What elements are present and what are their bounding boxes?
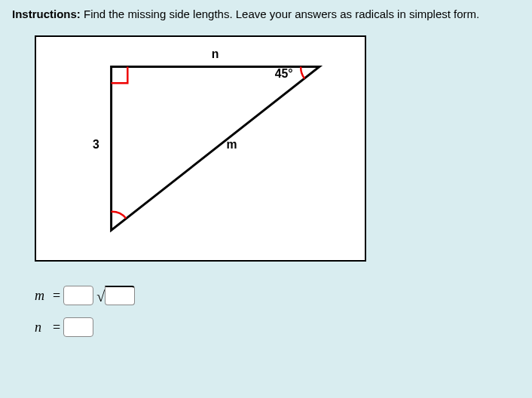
eq-m: = [53, 288, 60, 304]
var-m: m [35, 288, 50, 304]
instructions-body: Find the missing side lengths. Leave you… [81, 8, 479, 20]
triangle-svg: n 45° 3 m [36, 37, 365, 260]
eq-n: = [53, 320, 60, 335]
sqrt-symbol: √ [96, 288, 105, 305]
instructions-text: Instructions: Find the missing side leng… [12, 8, 520, 20]
instructions-label: Instructions: [12, 8, 81, 20]
m-radicand-input[interactable] [105, 286, 135, 305]
angle-45-arc [301, 66, 304, 78]
answer-row-m: m = √ [35, 284, 520, 307]
label-45: 45° [275, 67, 293, 80]
sqrt-wrap: √ [96, 286, 135, 305]
answer-row-n: n = [35, 316, 520, 338]
label-3: 3 [93, 138, 99, 151]
label-m: m [227, 138, 237, 151]
right-angle-marker [112, 66, 128, 83]
angle-bottom-arc [112, 212, 127, 219]
triangle-figure: n 45° 3 m [35, 35, 366, 262]
triangle-outline [112, 66, 320, 230]
var-n: n [35, 320, 50, 335]
m-coefficient-input[interactable] [63, 286, 93, 305]
answers-block: m = √ n = [35, 284, 520, 338]
label-n: n [212, 47, 219, 60]
n-value-input[interactable] [63, 317, 93, 337]
